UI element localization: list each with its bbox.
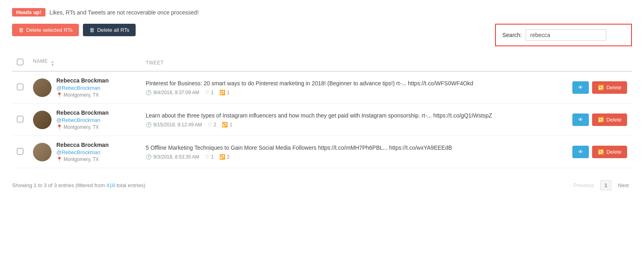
retweet-delete-icon: 🔁 (598, 117, 604, 123)
delete-row-label: Delete (606, 149, 621, 155)
pagination: Previous 1 Next (570, 180, 632, 190)
table-header-row: Name ▲▼ Tweet (12, 54, 632, 71)
row-tweet-cell: Learn about the three types of Instagram… (141, 104, 559, 136)
name-column-header[interactable]: Name ▲▼ (28, 54, 141, 71)
retweet-icon: 🔁 (222, 122, 228, 128)
view-button[interactable]: 👁 (572, 113, 589, 126)
location-pin-icon: 📍 (56, 92, 62, 98)
tweet-meta: 🕐 9/15/2018, 9:12:49 AM ♡ 2 🔁 1 (146, 122, 555, 128)
heart-icon: ♡ (205, 154, 209, 160)
eye-icon: 👁 (578, 149, 583, 155)
tweet-likes: ♡ 1 (205, 90, 214, 95)
display-name: Rebecca Brockman (56, 142, 109, 148)
row-actions-cell: 👁 🔁 Delete (559, 104, 632, 136)
delete-selected-button[interactable]: 🗑 Delete selected RTs (12, 24, 79, 36)
delete-row-label: Delete (606, 85, 621, 91)
avatar (33, 78, 52, 97)
row-tweet-cell: 5 Offline Marketing Techniques to Gain M… (141, 136, 559, 168)
row-checkbox[interactable] (17, 148, 23, 155)
search-input[interactable] (526, 29, 606, 41)
heart-icon: ♡ (208, 122, 212, 128)
twitter-handle: @RebecBrockman (56, 117, 109, 123)
avatar (33, 143, 52, 161)
row-actions: 👁 🔁 Delete (564, 81, 627, 94)
name-cell: Rebecca Brockman @RebecBrockman 📍 Montgo… (33, 109, 136, 130)
tweet-timestamp: 🕐 9/3/2018, 8:53:35 AM (146, 154, 199, 160)
current-page-number[interactable]: 1 (600, 180, 611, 190)
table-footer: Showing 1 to 3 of 3 entries (filtered fr… (12, 176, 632, 194)
location: 📍 Montgomery, TX (56, 157, 109, 162)
tweet-meta: 🕐 9/4/2018, 8:37:09 AM ♡ 1 🔁 1 (146, 90, 555, 95)
retweet-delete-icon: 🔁 (598, 149, 604, 155)
table-body: Rebecca Brockman @RebecBrockman 📍 Montgo… (12, 71, 632, 168)
action-buttons: 🗑 Delete selected RTs 🗑 Delete all RTs (12, 24, 136, 36)
page-container: Heads up! Likes, RTs and Tweets are not … (0, 0, 644, 266)
name-cell: Rebecca Brockman @RebecBrockman 📍 Montgo… (33, 77, 136, 98)
search-container: Search: (495, 24, 632, 46)
location-pin-icon: 📍 (56, 157, 62, 162)
search-box: Search: (495, 24, 632, 46)
alert-message: Likes, RTs and Tweets are not recoverabl… (50, 9, 199, 16)
heads-up-badge: Heads up! (12, 8, 45, 16)
total-entries-highlight: 418 (106, 182, 115, 188)
delete-all-icon: 🗑 (89, 27, 95, 33)
avatar (33, 111, 52, 129)
tweet-retweets: 🔁 1 (222, 122, 232, 128)
tweet-timestamp: 🕐 9/4/2018, 8:37:09 AM (146, 90, 199, 95)
retweet-delete-icon: 🔁 (598, 85, 604, 91)
tweet-text: Learn about the three types of Instagram… (146, 112, 555, 120)
row-name-cell: Rebecca Brockman @RebecBrockman 📍 Montgo… (28, 136, 141, 168)
name-info: Rebecca Brockman @RebecBrockman 📍 Montgo… (56, 77, 109, 98)
tweet-column-label: Tweet (146, 60, 164, 66)
delete-all-button[interactable]: 🗑 Delete all RTs (83, 24, 136, 36)
delete-selected-icon: 🗑 (19, 27, 24, 33)
table-row: Rebecca Brockman @RebecBrockman 📍 Montgo… (12, 104, 632, 136)
display-name: Rebecca Brockman (56, 77, 109, 84)
tweet-text: 5 Offline Marketing Techniques to Gain M… (146, 144, 555, 152)
row-checkbox-cell (12, 71, 28, 104)
showing-suffix: total entries) (115, 182, 145, 188)
name-cell: Rebecca Brockman @RebecBrockman 📍 Montgo… (33, 142, 136, 162)
next-button[interactable]: Next (615, 181, 632, 190)
tweet-column-header: Tweet (141, 54, 559, 71)
delete-all-label: Delete all RTs (97, 27, 129, 33)
eye-icon: 👁 (578, 117, 583, 123)
select-all-checkbox[interactable] (17, 59, 23, 65)
row-checkbox[interactable] (17, 84, 23, 90)
row-actions-cell: 👁 🔁 Delete (559, 71, 632, 104)
delete-row-button[interactable]: 🔁 Delete (592, 81, 627, 94)
showing-prefix: Showing 1 to 3 of 3 entries (filtered fr… (12, 182, 106, 188)
view-button[interactable]: 👁 (572, 81, 589, 94)
tweet-meta: 🕐 9/3/2018, 8:53:35 AM ♡ 1 🔁 2 (146, 154, 555, 160)
table-row: Rebecca Brockman @RebecBrockman 📍 Montgo… (12, 136, 632, 168)
search-label: Search: (502, 32, 522, 38)
row-checkbox[interactable] (17, 116, 23, 122)
name-info: Rebecca Brockman @RebecBrockman 📍 Montgo… (56, 142, 109, 162)
delete-row-label: Delete (606, 117, 621, 123)
location: 📍 Montgomery, TX (56, 92, 109, 98)
tweet-retweets: 🔁 1 (219, 90, 230, 95)
delete-selected-label: Delete selected RTs (26, 27, 72, 33)
heart-icon: ♡ (205, 90, 209, 95)
row-actions-cell: 👁 🔁 Delete (559, 136, 632, 168)
name-column-label: Name (33, 58, 48, 64)
tweet-retweets: 🔁 2 (219, 154, 230, 160)
previous-button[interactable]: Previous (570, 181, 597, 190)
table-row: Rebecca Brockman @RebecBrockman 📍 Montgo… (12, 71, 632, 104)
name-sort-icon[interactable]: ▲▼ (51, 60, 54, 67)
view-button[interactable]: 👁 (572, 146, 589, 158)
row-name-cell: Rebecca Brockman @RebecBrockman 📍 Montgo… (28, 71, 141, 104)
retweet-icon: 🔁 (219, 90, 225, 95)
name-info: Rebecca Brockman @RebecBrockman 📍 Montgo… (56, 109, 109, 130)
tweet-likes: ♡ 1 (205, 154, 214, 160)
row-actions: 👁 🔁 Delete (564, 113, 627, 126)
delete-row-button[interactable]: 🔁 Delete (592, 113, 627, 126)
display-name: Rebecca Brockman (56, 109, 109, 116)
select-all-checkbox-header (12, 54, 28, 71)
clock-icon: 🕐 (146, 90, 152, 95)
row-actions: 👁 🔁 Delete (564, 146, 627, 158)
top-bar-left: 🗑 Delete selected RTs 🗑 Delete all RTs (12, 24, 136, 44)
delete-row-button[interactable]: 🔁 Delete (592, 146, 627, 158)
location-pin-icon: 📍 (56, 124, 62, 130)
twitter-handle: @RebecBrockman (56, 85, 109, 91)
